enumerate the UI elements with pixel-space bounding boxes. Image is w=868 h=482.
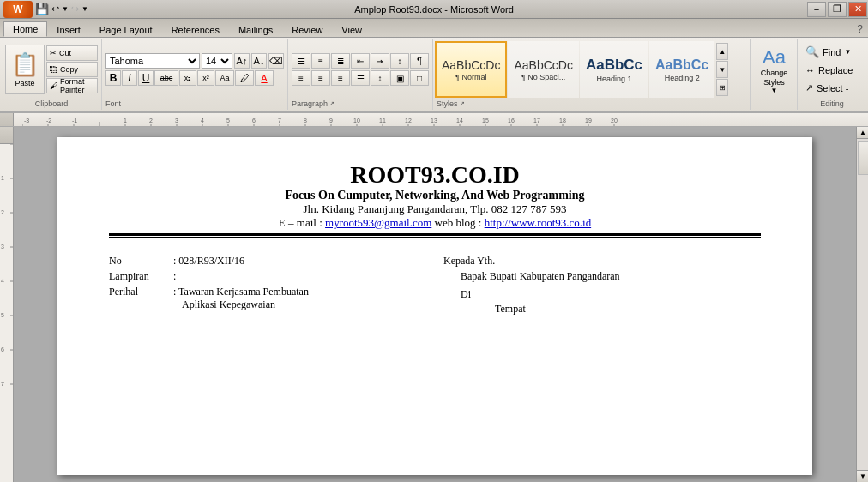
copy-button[interactable]: ⿻ Copy: [46, 62, 98, 77]
style-nospace-preview: AaBbCcDc: [514, 58, 572, 72]
title-bar: W 💾 ↩ ▼ ↪ ▼ Amplop Root93.docx - Microso…: [0, 0, 868, 19]
svg-text:7: 7: [278, 117, 281, 124]
font-shrink-button[interactable]: A↓: [251, 53, 267, 69]
email-prefix: E – mail :: [279, 216, 325, 229]
show-marks-button[interactable]: ¶: [410, 53, 429, 69]
multilevel-button[interactable]: ≣: [331, 53, 350, 69]
style-heading1[interactable]: AaBbCc Heading 1: [580, 41, 648, 98]
bold-button[interactable]: B: [105, 70, 121, 86]
align-center-button[interactable]: ≡: [311, 70, 330, 86]
quick-access-redo[interactable]: ↪: [71, 3, 79, 15]
company-tagline: Focus On Cumputer, Networking, And Web P…: [109, 189, 761, 202]
style-heading2[interactable]: AaBbCc Heading 2: [649, 41, 714, 98]
borders-button[interactable]: □: [410, 70, 429, 86]
copy-icon: ⿻: [50, 65, 57, 74]
email-link[interactable]: myroot593@gmail.com: [325, 216, 431, 229]
justify-button[interactable]: ☰: [351, 70, 370, 86]
styles-scroll-expand[interactable]: ⊞: [716, 79, 728, 96]
scroll-down-button[interactable]: ▼: [857, 470, 868, 482]
strikethrough-button[interactable]: abc: [154, 70, 178, 86]
quick-access-dropdown[interactable]: ▼: [81, 5, 88, 13]
replace-button[interactable]: ↔ Replace: [801, 63, 863, 78]
line-spacing-button[interactable]: ↕: [371, 70, 389, 86]
tab-view[interactable]: View: [332, 22, 371, 37]
svg-text:10: 10: [353, 117, 360, 124]
superscript-button[interactable]: x²: [197, 70, 214, 86]
svg-text:6: 6: [252, 117, 256, 124]
vertical-scrollbar[interactable]: ▲ ▼: [856, 127, 868, 482]
sort-button[interactable]: ↕: [390, 53, 409, 69]
quick-access-undo[interactable]: ↩: [51, 3, 59, 15]
tab-home[interactable]: Home: [3, 21, 47, 37]
increase-indent-button[interactable]: ⇥: [371, 53, 389, 69]
quick-access-save[interactable]: 💾: [35, 3, 49, 15]
restore-button[interactable]: ❐: [828, 2, 847, 17]
find-button[interactable]: 🔍 Find ▼: [801, 43, 863, 61]
tab-review[interactable]: Review: [282, 22, 332, 37]
bullets-button[interactable]: ☰: [292, 53, 310, 69]
perihal-label: Perihal: [109, 286, 173, 311]
style-heading1-preview: AaBbCc: [586, 57, 642, 74]
shading-button[interactable]: ▣: [390, 70, 409, 86]
format-painter-button[interactable]: 🖌 Format Painter: [46, 78, 98, 93]
select-button[interactable]: ↗ Select -: [801, 80, 863, 96]
help-icon[interactable]: ?: [852, 21, 868, 37]
close-button[interactable]: ✕: [848, 2, 867, 17]
align-left-button[interactable]: ≡: [292, 70, 310, 86]
decrease-indent-button[interactable]: ⇤: [351, 53, 370, 69]
clipboard-group-label: Clipboard: [35, 99, 69, 108]
svg-text:6: 6: [1, 346, 4, 352]
tab-references[interactable]: References: [162, 22, 229, 37]
styles-scroll-down[interactable]: ▼: [716, 61, 728, 78]
font-color-button[interactable]: A: [255, 70, 274, 86]
svg-text:17: 17: [533, 117, 540, 124]
minimize-button[interactable]: −: [807, 2, 826, 17]
company-name: ROOT93.CO.ID: [109, 161, 761, 189]
letter-body: No : 028/R93/XII/16 Lampiran : Perihal :…: [109, 255, 761, 316]
select-icon: ↗: [805, 82, 813, 93]
vertical-ruler: 1 2 3 4 5 6 7: [0, 127, 14, 482]
format-painter-icon: 🖌: [50, 81, 57, 90]
change-styles-arrow: ▼: [771, 87, 778, 94]
svg-text:8: 8: [304, 117, 307, 124]
style-normal[interactable]: AaBbCcDc ¶ Normal: [435, 41, 507, 98]
scroll-thumb[interactable]: [858, 141, 868, 175]
clear-format-button[interactable]: ⌫: [268, 53, 284, 69]
company-address: Jln. Kidang Pananjung Pangandaran, Tlp. …: [109, 202, 761, 216]
svg-text:-1: -1: [72, 117, 77, 124]
styles-scroll-up[interactable]: ▲: [716, 43, 728, 60]
change-styles-icon: Aa: [763, 46, 786, 69]
find-arrow: ▼: [844, 48, 851, 56]
change-styles-button[interactable]: Aa ChangeStyles ▼: [751, 39, 798, 110]
svg-text:5: 5: [226, 117, 230, 124]
paste-button[interactable]: 📋 Paste: [5, 45, 45, 94]
quick-access-undo-arrow[interactable]: ▼: [62, 5, 69, 13]
underline-button[interactable]: U: [138, 70, 154, 86]
style-heading1-label: Heading 1: [596, 75, 631, 83]
website-link[interactable]: http://www.root93.co.id: [485, 216, 591, 229]
font-family-select[interactable]: Tahoma: [105, 53, 200, 69]
svg-text:9: 9: [329, 117, 333, 124]
tab-pagelayout[interactable]: Page Layout: [90, 22, 162, 37]
font-grow-button[interactable]: A↑: [234, 53, 250, 69]
highlight-button[interactable]: 🖊: [235, 70, 254, 86]
subscript-button[interactable]: x₂: [179, 70, 196, 86]
style-nospace[interactable]: AaBbCcDc ¶ No Spaci...: [508, 41, 578, 98]
svg-text:5: 5: [1, 312, 4, 318]
numbering-button[interactable]: ≡: [311, 53, 330, 69]
kepada-label: Kepada Yth.: [443, 255, 761, 268]
clipboard-group: 📋 Paste ✂ Cut ⿻ Copy 🖌 Format Painter Cl…: [2, 39, 102, 110]
office-button[interactable]: W: [3, 1, 33, 18]
svg-text:1: 1: [124, 117, 127, 124]
italic-button[interactable]: I: [122, 70, 137, 86]
align-right-button[interactable]: ≡: [331, 70, 350, 86]
change-case-button[interactable]: Aa: [215, 70, 234, 86]
tab-mailings[interactable]: Mailings: [229, 22, 282, 37]
scroll-up-button[interactable]: ▲: [857, 127, 868, 139]
cut-button[interactable]: ✂ Cut: [46, 45, 98, 61]
svg-text:20: 20: [611, 117, 618, 124]
find-label: Find: [823, 47, 841, 57]
tab-insert[interactable]: Insert: [47, 22, 90, 37]
svg-text:15: 15: [482, 117, 489, 124]
font-size-select[interactable]: 14: [202, 53, 232, 69]
